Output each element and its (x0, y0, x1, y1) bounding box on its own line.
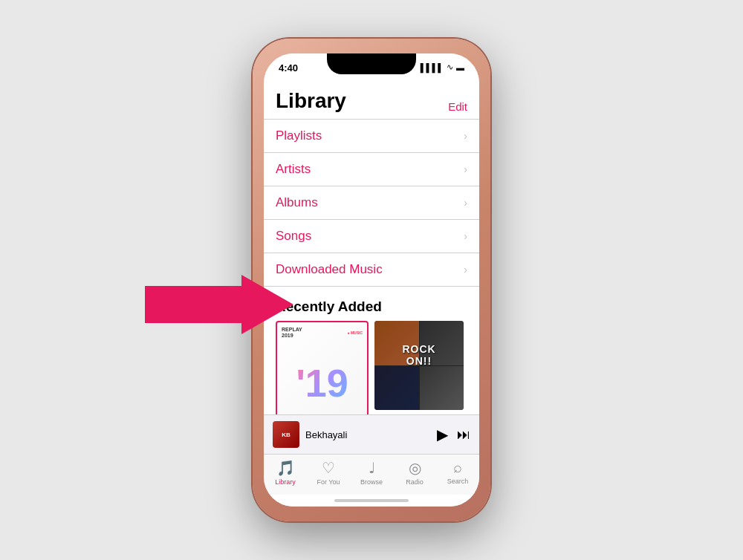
menu-item-artists[interactable]: Artists › (264, 153, 479, 186)
tab-for-you[interactable]: ♡ For You (307, 459, 350, 486)
radio-tab-label: Radio (406, 478, 424, 486)
status-bar: 4:40 ▌▌▌▌ ∿ ▬ (264, 53, 479, 86)
albums-label: Albums (276, 195, 318, 210)
library-tab-label: Library (275, 478, 296, 486)
rockon-album-art: ROCKON!! (374, 321, 464, 410)
playlists-label: Playlists (276, 128, 322, 143)
album-grid: REPLAY 2019 ● MUSIC '19 Replay 2019 Appl… (264, 321, 479, 414)
chevron-icon: › (464, 163, 467, 175)
replay-album-art: REPLAY 2019 ● MUSIC '19 (276, 321, 369, 414)
status-icons: ▌▌▌▌ ∿ ▬ (421, 62, 464, 72)
tab-bar: 🎵 Library ♡ For You ♩ Browse ◎ Radio ⌕ (264, 454, 479, 495)
browse-tab-label: Browse (360, 478, 383, 486)
library-title: Library (276, 89, 346, 113)
tab-browse[interactable]: ♩ Browse (350, 459, 393, 486)
rock-cell-4 (420, 366, 464, 411)
wifi-icon: ∿ (447, 62, 453, 72)
menu-item-songs[interactable]: Songs › (264, 220, 479, 253)
scene: 4:40 ▌▌▌▌ ∿ ▬ Library Edit Playlists (0, 0, 743, 560)
menu-list: Playlists › Artists › Albums › Songs › (264, 119, 479, 287)
skip-button[interactable]: ⏭ (457, 427, 470, 443)
now-playing-info: Bekhayali (305, 429, 431, 440)
now-playing-controls: ▶ ⏭ (437, 426, 470, 443)
recently-added-header: Recently Added (264, 287, 479, 321)
tab-search[interactable]: ⌕ Search (436, 459, 479, 486)
chevron-icon: › (464, 197, 467, 209)
tab-radio[interactable]: ◎ Radio (393, 459, 436, 486)
songs-label: Songs (276, 229, 311, 244)
edit-button[interactable]: Edit (448, 100, 467, 113)
play-button[interactable]: ▶ (437, 426, 448, 443)
home-indicator (264, 495, 479, 507)
svg-marker-0 (145, 275, 293, 334)
now-playing-thumb-text: KB (282, 432, 291, 438)
album-card-rockon[interactable]: ROCKON!! Rock On (Original Motio... Shan… (374, 321, 467, 414)
now-playing-title: Bekhayali (305, 429, 431, 440)
artists-label: Artists (276, 162, 311, 177)
status-time: 4:40 (279, 62, 298, 74)
menu-item-albums[interactable]: Albums › (264, 186, 479, 220)
search-tab-label: Search (447, 478, 469, 485)
battery-icon: ▬ (456, 63, 464, 72)
chevron-icon: › (464, 264, 467, 276)
replay-year-number: '19 (296, 364, 348, 403)
now-playing-bar[interactable]: KB Bekhayali ▶ ⏭ (264, 414, 479, 454)
library-tab-icon: 🎵 (276, 459, 295, 477)
menu-item-playlists[interactable]: Playlists › (264, 120, 479, 153)
menu-item-downloaded[interactable]: Downloaded Music › (264, 253, 479, 287)
signal-icon: ▌▌▌▌ (421, 63, 444, 72)
replay-header: REPLAY 2019 ● MUSIC (282, 327, 363, 338)
phone-screen: 4:40 ▌▌▌▌ ∿ ▬ Library Edit Playlists (264, 53, 479, 507)
notch (327, 53, 416, 74)
chevron-icon: › (464, 130, 467, 142)
for-you-tab-icon: ♡ (322, 459, 335, 477)
home-bar (334, 499, 409, 502)
rock-cell-3 (374, 366, 419, 411)
search-tab-icon: ⌕ (453, 459, 462, 476)
album-card-replay[interactable]: REPLAY 2019 ● MUSIC '19 Replay 2019 Appl… (276, 321, 369, 414)
for-you-tab-label: For You (317, 478, 340, 486)
library-header: Library Edit (264, 86, 479, 119)
radio-tab-icon: ◎ (409, 459, 421, 477)
apple-music-logo: ● MUSIC (347, 331, 363, 335)
screen-content: Library Edit Playlists › Artists › Album… (264, 86, 479, 414)
rock-on-text: ROCKON!! (374, 343, 464, 367)
browse-tab-icon: ♩ (369, 459, 375, 477)
tab-library[interactable]: 🎵 Library (264, 459, 307, 486)
chevron-icon: › (464, 230, 467, 242)
now-playing-thumb: KB (273, 421, 299, 448)
